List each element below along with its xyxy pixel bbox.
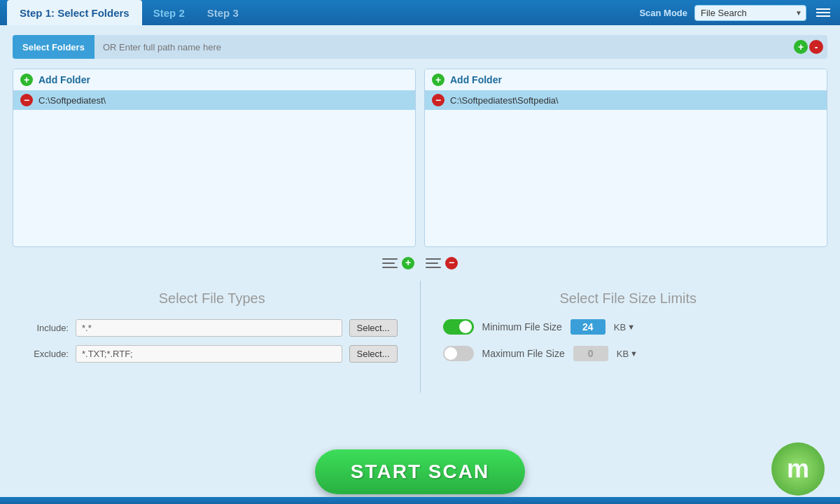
left-add-folder-button[interactable]: + (20, 74, 33, 86)
start-scan-wrapper: START SCAN (315, 449, 525, 494)
app-header: Step 1: Select Folders Step 2 Step 3 Sca… (0, 0, 840, 25)
max-size-toggle-knob (444, 347, 457, 360)
main-content: Select Folders + - + Add Folder − C:\Sof… (0, 25, 840, 504)
left-folder-panel: + Add Folder − C:\Softpediatest\ (13, 69, 416, 247)
add-list-icon (382, 255, 402, 271)
max-unit-dropdown-icon[interactable]: ▼ (630, 349, 638, 358)
step1-tab[interactable]: Step 1: Select Folders (7, 0, 142, 25)
footer-bar (0, 497, 840, 504)
step3-tab[interactable]: Step 3 (196, 3, 250, 23)
remove-list-icon (426, 255, 445, 271)
step2-tab[interactable]: Step 2 (142, 3, 196, 23)
remove-list-button[interactable]: − (426, 255, 458, 271)
exclude-select-button[interactable]: Select... (349, 345, 398, 363)
svg-text:+: + (405, 257, 411, 268)
hamburger-line1 (816, 8, 830, 10)
left-remove-folder-button[interactable]: − (20, 94, 33, 106)
list-actions: + − (13, 255, 827, 271)
left-panel-header: + Add Folder (13, 69, 415, 90)
right-panel-title: Add Folder (450, 74, 502, 85)
hamburger-line3 (816, 15, 830, 17)
max-size-input[interactable] (573, 346, 608, 361)
file-size-title: Select File Size Limits (443, 290, 814, 307)
include-input[interactable] (76, 319, 342, 337)
max-size-row: Maximum File Size KB ▼ (443, 346, 814, 361)
section-divider (420, 281, 421, 393)
scan-mode-wrapper: File Search Duplicate Scan Empty Folder … (694, 5, 806, 21)
min-size-toggle[interactable] (443, 319, 474, 335)
path-bar-icons: + - (794, 40, 827, 54)
scan-mode-dropdown[interactable]: File Search Duplicate Scan Empty Folder … (694, 5, 806, 21)
hamburger-line2 (816, 12, 830, 13)
file-types-title: Select File Types (27, 290, 398, 307)
svg-text:−: − (449, 257, 454, 268)
exclude-label: Exclude: (27, 349, 69, 359)
path-input[interactable] (94, 42, 794, 52)
left-folder-path: C:\Softpediatest\ (38, 95, 106, 106)
right-folder-path: C:\Softpediatest\Softpedia\ (450, 95, 559, 106)
right-add-folder-button[interactable]: + (432, 74, 444, 86)
right-remove-folder-button[interactable]: − (432, 94, 444, 106)
min-size-input[interactable] (570, 319, 606, 335)
logo-watermark: m (770, 441, 826, 497)
min-unit-dropdown-icon[interactable]: ▼ (627, 323, 635, 331)
exclude-input[interactable] (76, 345, 342, 363)
path-bar: Select Folders + - (13, 35, 827, 59)
max-size-label: Maximum File Size (482, 348, 565, 359)
min-unit-wrapper: KB ▼ (614, 322, 635, 332)
left-panel-title: Add Folder (38, 74, 90, 85)
select-folders-button[interactable]: Select Folders (13, 35, 94, 59)
min-size-toggle-knob (459, 321, 472, 333)
remove-list-minus-icon: − (445, 257, 458, 270)
min-size-row: Minimum File Size KB ▼ (443, 319, 814, 335)
svg-text:m: m (787, 454, 809, 483)
include-select-button[interactable]: Select... (349, 319, 398, 337)
right-panel-header: + Add Folder (425, 69, 827, 90)
bottom-section: Select File Types Include: Select... Exc… (13, 281, 827, 393)
start-scan-button[interactable]: START SCAN (315, 449, 525, 494)
add-path-button[interactable]: + (794, 40, 808, 54)
right-folder-item[interactable]: − C:\Softpediatest\Softpedia\ (425, 90, 827, 110)
add-list-button[interactable]: + (382, 255, 414, 271)
menu-button[interactable] (813, 6, 833, 20)
max-unit-label: KB (617, 349, 629, 359)
right-folder-panel: + Add Folder − C:\Softpediatest\Softpedi… (424, 69, 827, 247)
folder-panels: + Add Folder − C:\Softpediatest\ + Add F… (13, 69, 827, 247)
header-right: Scan Mode File Search Duplicate Scan Emp… (639, 5, 833, 21)
remove-path-button[interactable]: - (809, 40, 823, 54)
max-size-toggle[interactable] (443, 346, 474, 361)
file-size-panel: Select File Size Limits Minimum File Siz… (429, 281, 828, 393)
logo-svg: m (770, 441, 826, 497)
scan-mode-label: Scan Mode (639, 8, 687, 18)
include-label: Include: (27, 323, 69, 333)
max-unit-wrapper: KB ▼ (617, 349, 638, 359)
file-types-panel: Select File Types Include: Select... Exc… (13, 281, 412, 393)
exclude-row: Exclude: Select... (27, 345, 398, 363)
include-row: Include: Select... (27, 319, 398, 337)
add-list-plus-icon: + (402, 257, 414, 270)
min-size-label: Minimum File Size (482, 321, 562, 332)
left-folder-item[interactable]: − C:\Softpediatest\ (13, 90, 415, 110)
min-unit-label: KB (614, 322, 626, 332)
